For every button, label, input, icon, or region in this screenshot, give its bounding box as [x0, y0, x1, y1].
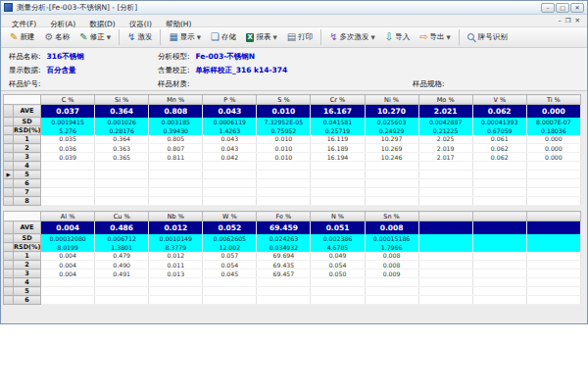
row-strip[interactable] — [4, 197, 14, 206]
cell[interactable] — [311, 197, 365, 206]
cell[interactable]: 69.459 — [257, 221, 311, 234]
maximize-button[interactable]: ▢ — [556, 3, 569, 13]
cell[interactable]: 0.008 — [365, 252, 418, 261]
cell[interactable] — [526, 197, 580, 206]
cell[interactable] — [418, 252, 472, 261]
column-header-V %[interactable]: V % — [472, 95, 526, 105]
cell[interactable]: 69.435 — [257, 261, 311, 270]
cell[interactable]: 0.010 — [257, 153, 311, 162]
cell[interactable]: 0.062 — [472, 144, 526, 153]
cell[interactable]: 2.025 — [418, 135, 472, 144]
cell[interactable] — [526, 252, 580, 261]
cell[interactable]: 0.000 — [526, 135, 580, 144]
cell[interactable] — [526, 278, 580, 287]
cell[interactable] — [526, 162, 580, 171]
cell[interactable]: 0.004 — [41, 261, 95, 270]
cell[interactable] — [418, 171, 472, 179]
row-strip[interactable] — [4, 278, 14, 287]
cell[interactable] — [95, 162, 149, 171]
toolbar-button-导出[interactable]: ⇨导出▼ — [415, 30, 456, 44]
cell[interactable] — [149, 171, 203, 179]
cell[interactable]: 0.006712 — [95, 234, 149, 243]
cell[interactable]: 0.062 — [472, 105, 526, 118]
cell[interactable]: 0.012 — [149, 221, 203, 234]
cell[interactable]: 0.045 — [203, 270, 257, 278]
cell[interactable] — [365, 162, 418, 171]
cell[interactable] — [526, 188, 580, 197]
cell[interactable] — [526, 296, 580, 305]
cell[interactable] — [41, 188, 95, 197]
cell[interactable]: 0.057 — [203, 252, 257, 261]
cell[interactable] — [418, 234, 472, 243]
cell[interactable] — [365, 188, 418, 197]
cell[interactable]: 0.010 — [257, 135, 311, 144]
cell[interactable] — [95, 179, 149, 188]
row-strip[interactable] — [4, 234, 14, 243]
cell[interactable]: 0.052 — [203, 221, 257, 234]
cell[interactable] — [526, 270, 580, 278]
cell[interactable] — [257, 171, 311, 179]
column-header-empty[interactable] — [418, 212, 472, 221]
cell[interactable] — [95, 287, 149, 296]
row-header-2[interactable]: 2 — [14, 261, 41, 270]
cell[interactable] — [365, 197, 418, 206]
cell[interactable]: 0.003185 — [149, 118, 203, 126]
row-strip[interactable] — [4, 162, 14, 171]
toolbar-button-导入[interactable]: ⇩导入 — [380, 30, 415, 44]
cell[interactable]: 0.043 — [203, 105, 257, 118]
cell[interactable] — [472, 234, 526, 243]
menu-item-0[interactable]: 文件(F) — [5, 20, 43, 28]
cell[interactable]: 16.194 — [311, 153, 365, 162]
row-strip[interactable] — [4, 144, 14, 153]
current-row-marker[interactable]: ▶ — [4, 171, 14, 179]
cell[interactable]: 0.00015186 — [365, 234, 418, 243]
cell[interactable] — [203, 188, 257, 197]
row-strip[interactable] — [4, 126, 14, 135]
cell[interactable] — [418, 287, 472, 296]
row-strip[interactable] — [4, 188, 14, 197]
cell[interactable]: 0.0062605 — [203, 234, 257, 243]
cell[interactable]: 0.034932 — [257, 243, 311, 252]
toolbar-button-打印[interactable]: ▤打印 — [282, 30, 318, 44]
cell[interactable] — [95, 197, 149, 206]
cell[interactable]: 0.061 — [472, 135, 526, 144]
cell[interactable]: 16.119 — [311, 135, 365, 144]
cell[interactable] — [149, 287, 203, 296]
cell[interactable]: 0.18036 — [526, 126, 580, 135]
cell[interactable]: 0.001026 — [95, 118, 149, 126]
cell[interactable] — [41, 278, 95, 287]
cell[interactable]: 0.042 — [203, 153, 257, 162]
mdi-close-button[interactable]: ✕ — [575, 17, 580, 24]
cell[interactable] — [418, 270, 472, 278]
cell[interactable]: 1.3801 — [95, 243, 149, 252]
cell[interactable] — [203, 278, 257, 287]
cell[interactable]: 0.004 — [41, 221, 95, 234]
cell[interactable] — [41, 296, 95, 305]
cell[interactable]: 0.00032080 — [41, 234, 95, 243]
cell[interactable] — [526, 261, 580, 270]
cell[interactable]: 0.049 — [311, 252, 365, 261]
cell[interactable]: 0.000 — [526, 144, 580, 153]
cell[interactable] — [95, 278, 149, 287]
column-header-W %[interactable]: W % — [203, 212, 257, 221]
cell[interactable]: 0.479 — [95, 252, 149, 261]
cell[interactable] — [418, 179, 472, 188]
cell[interactable]: 69.457 — [257, 270, 311, 278]
menu-item-4[interactable]: 帮助(H) — [159, 20, 199, 28]
cell[interactable]: 0.000 — [526, 153, 580, 162]
cell[interactable] — [526, 234, 580, 243]
toolbar-button-报表[interactable]: X报表▼ — [241, 30, 282, 44]
cell[interactable]: 0.011 — [149, 261, 203, 270]
cell[interactable]: 0.21225 — [418, 126, 472, 135]
cell[interactable] — [365, 287, 418, 296]
toolbar-button-牌号识别[interactable]: 牌号识别 — [463, 30, 513, 44]
row-strip[interactable] — [4, 287, 14, 296]
row-header-AVE[interactable]: AVE — [14, 221, 41, 234]
column-header-Si %[interactable]: Si % — [95, 95, 149, 105]
row-header-7[interactable]: 7 — [14, 188, 41, 197]
toolbar-button-新建[interactable]: ✎新建 — [5, 30, 39, 44]
cell[interactable]: 16.167 — [311, 105, 365, 118]
cell[interactable] — [149, 179, 203, 188]
row-header-AVE[interactable]: AVE — [14, 105, 41, 118]
chevron-down-icon[interactable]: ▼ — [197, 34, 201, 40]
